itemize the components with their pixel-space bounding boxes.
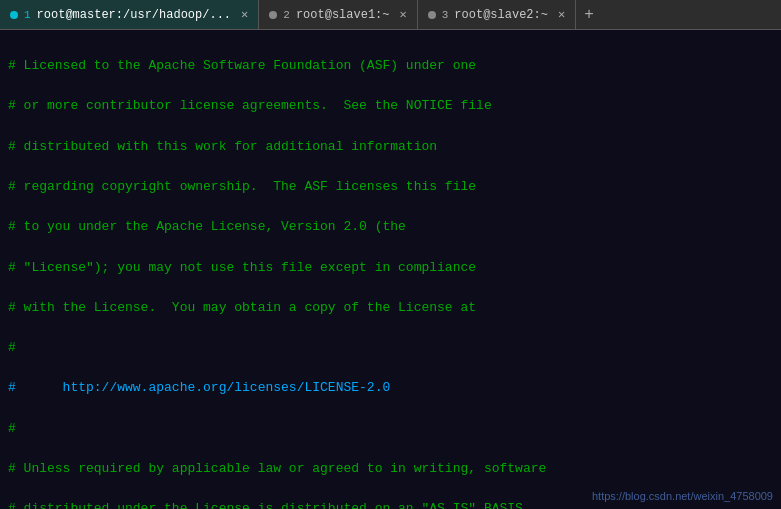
line-11: # Unless required by applicable law or a… — [8, 459, 773, 479]
line-5: # to you under the Apache License, Versi… — [8, 217, 773, 237]
tab-1-close[interactable]: ✕ — [241, 7, 248, 22]
tab-2-label: root@slave1:~ — [296, 8, 390, 22]
tab-1-dot — [10, 11, 18, 19]
line-8: # — [8, 338, 773, 358]
line-7: # with the License. You may obtain a cop… — [8, 298, 773, 318]
line-2: # or more contributor license agreements… — [8, 96, 773, 116]
line-1: # Licensed to the Apache Software Founda… — [8, 56, 773, 76]
terminal: # Licensed to the Apache Software Founda… — [0, 30, 781, 509]
tab-3-close[interactable]: ✕ — [558, 7, 565, 22]
tab-3-number: 3 — [442, 9, 449, 21]
tab-2-close[interactable]: ✕ — [400, 7, 407, 22]
line-9: # http://www.apache.org/licenses/LICENSE… — [8, 378, 773, 398]
new-tab-button[interactable]: + — [576, 0, 602, 29]
tab-3-dot — [428, 11, 436, 19]
tab-2-number: 2 — [283, 9, 290, 21]
tab-3-label: root@slave2:~ — [454, 8, 548, 22]
tab-2[interactable]: 2 root@slave1:~ ✕ — [259, 0, 417, 29]
line-10: # — [8, 419, 773, 439]
line-6: # "License"); you may not use this file … — [8, 258, 773, 278]
tab-3[interactable]: 3 root@slave2:~ ✕ — [418, 0, 576, 29]
watermark: https://blog.csdn.net/weixin_4758009 — [592, 488, 773, 505]
line-4: # regarding copyright ownership. The ASF… — [8, 177, 773, 197]
line-3: # distributed with this work for additio… — [8, 137, 773, 157]
tab-bar: 1 root@master:/usr/hadoop/... ✕ 2 root@s… — [0, 0, 781, 30]
tab-1-number: 1 — [24, 9, 31, 21]
tab-1-label: root@master:/usr/hadoop/... — [37, 8, 231, 22]
tab-1[interactable]: 1 root@master:/usr/hadoop/... ✕ — [0, 0, 259, 29]
tab-2-dot — [269, 11, 277, 19]
